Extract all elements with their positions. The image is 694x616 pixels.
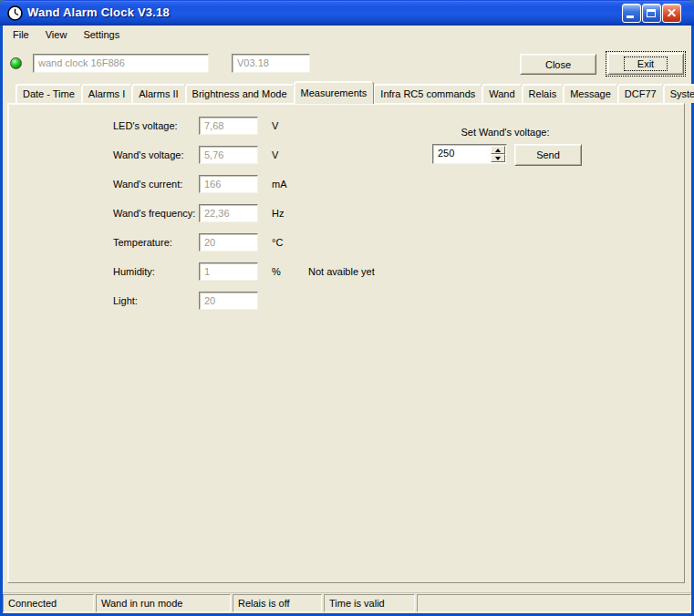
tab-brightness-and-mode[interactable]: Brightness and Mode <box>185 84 295 103</box>
menu-settings[interactable]: Settings <box>75 27 128 45</box>
set-wand-voltage-label: Set Wand's voltage: <box>432 127 578 138</box>
unit-label: % <box>272 266 281 277</box>
field-label: Humidity: <box>113 266 155 277</box>
tab-wand[interactable]: Wand <box>482 84 522 103</box>
app-window: Wand Alarm Clock V3.18 File View Setting… <box>0 0 694 616</box>
field-label: Wand's current: <box>113 179 182 190</box>
tab-measurements[interactable]: Measurements <box>294 81 375 104</box>
field-label: Temperature: <box>113 237 172 248</box>
spin-up-arrow[interactable] <box>491 146 505 154</box>
field-label: Wand's frequency: <box>113 208 195 219</box>
exit-button[interactable]: Exit <box>606 51 686 77</box>
measurement-row: Light: 20 <box>0 292 689 312</box>
tab-message[interactable]: Message <box>563 84 618 103</box>
status-connection: Connected <box>3 594 94 612</box>
measurement-row: Wand's current: 166 mA <box>0 175 689 195</box>
humidity-field: 1 <box>199 262 258 281</box>
unit-label: V <box>272 120 278 131</box>
measurement-row: Wand's frequency: 22,36 Hz <box>0 204 689 224</box>
status-wand-mode: Wand in run mode <box>96 594 231 612</box>
unit-label: mA <box>272 179 287 190</box>
status-extra <box>417 594 691 612</box>
status-relais: Relais is off <box>233 594 322 612</box>
send-button[interactable]: Send <box>514 144 582 166</box>
close-button[interactable]: Close <box>520 54 596 75</box>
measurement-row: LED's voltage: 7,68 V <box>0 117 689 137</box>
wand-current-field: 166 <box>199 175 258 193</box>
unit-label: V <box>272 149 278 160</box>
window-title: Wand Alarm Clock V3.18 <box>27 5 170 19</box>
status-time: Time is valid <box>324 594 415 612</box>
unit-label: Hz <box>272 208 284 219</box>
measurement-row: Humidity: 1 % Not avaible yet <box>0 262 689 282</box>
close-icon[interactable] <box>662 4 681 23</box>
tab-strip: Date - Time Alarms I Alarms II Brightnes… <box>16 83 694 103</box>
measurement-row: Temperature: 20 °C <box>0 233 689 253</box>
measurement-row: Wand's voltage: 5,76 V <box>0 146 689 166</box>
field-label: Light: <box>113 295 138 306</box>
version-field: V03.18 <box>232 54 310 73</box>
field-label: LED's voltage: <box>113 120 178 131</box>
tab-alarms-1[interactable]: Alarms I <box>81 84 132 103</box>
not-available-note: Not avaible yet <box>308 266 375 277</box>
wand-voltage-spinner[interactable]: 250 <box>432 144 507 164</box>
menu-view[interactable]: View <box>37 27 76 45</box>
menu-file[interactable]: File <box>5 27 37 45</box>
tab-system[interactable]: System <box>663 84 694 103</box>
tab-infra-rc5-commands[interactable]: Infra RC5 commands <box>373 84 482 103</box>
led-voltage-field: 7,68 <box>199 117 258 135</box>
tab-date-time[interactable]: Date - Time <box>16 84 82 103</box>
wand-voltage-field: 5,76 <box>199 146 258 164</box>
menu-bar: File View Settings <box>3 27 128 45</box>
spin-down-arrow[interactable] <box>491 154 505 162</box>
tab-dcf77[interactable]: DCF77 <box>617 84 664 103</box>
temperature-field: 20 <box>199 233 258 252</box>
tab-alarms-2[interactable]: Alarms II <box>131 84 185 103</box>
exit-button-label: Exit <box>624 56 668 71</box>
titlebar[interactable]: Wand Alarm Clock V3.18 <box>0 0 694 26</box>
wand-voltage-spinner-value: 250 <box>438 148 454 159</box>
device-name-field: wand clock 16F886 <box>33 54 209 73</box>
minimize-icon[interactable] <box>622 4 641 23</box>
statusbar-divider <box>3 592 691 593</box>
tab-relais[interactable]: Relais <box>522 84 565 103</box>
green-led-indicator <box>10 57 22 69</box>
wand-frequency-field: 22,36 <box>199 204 258 222</box>
maximize-icon[interactable] <box>642 4 661 23</box>
light-field: 20 <box>199 292 258 310</box>
field-label: Wand's voltage: <box>113 149 184 160</box>
unit-label: °C <box>272 237 283 248</box>
clock-icon <box>7 5 23 21</box>
